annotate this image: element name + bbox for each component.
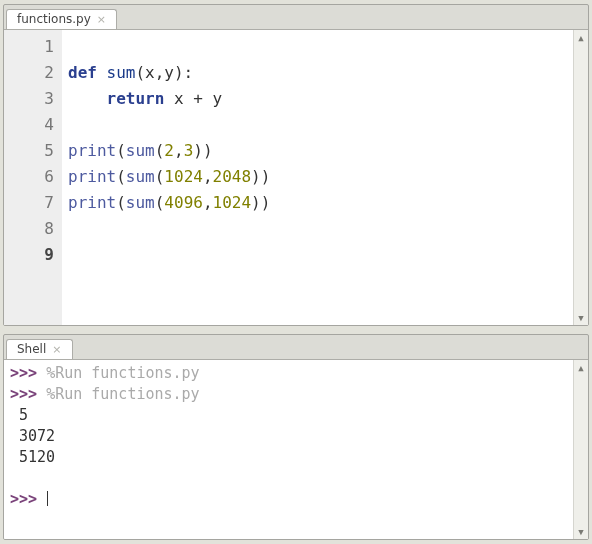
shell-content[interactable]: >>> %Run functions.py >>> %Run functions…	[4, 359, 588, 539]
shell-scrollbar-vertical[interactable]: ▲ ▼	[573, 360, 588, 539]
line-number-current: 9	[4, 242, 54, 268]
tab-label: functions.py	[17, 12, 91, 26]
code-line: return x + y	[68, 86, 582, 112]
shell-cmd: %Run functions.py	[46, 364, 200, 382]
scroll-down-icon[interactable]: ▼	[574, 524, 588, 539]
close-icon[interactable]: ×	[52, 344, 61, 355]
line-number: 4	[4, 112, 54, 138]
code-line	[68, 34, 582, 60]
shell-cmd: %Run functions.py	[46, 385, 200, 403]
code-line: print(sum(2,3))	[68, 138, 582, 164]
code-line	[68, 216, 582, 242]
code-line: print(sum(1024,2048))	[68, 164, 582, 190]
tab-label: Shell	[17, 342, 46, 356]
editor-pane: functions.py × 1 2 3 4 5 6 7 8 9 def sum…	[3, 4, 589, 326]
shell-output-line: 5	[10, 406, 28, 424]
code-line: def sum(x,y):	[68, 60, 582, 86]
line-number: 1	[4, 34, 54, 60]
scroll-up-icon[interactable]: ▲	[574, 360, 588, 375]
scroll-up-icon[interactable]: ▲	[574, 30, 588, 45]
editor-tabs: functions.py ×	[4, 5, 588, 29]
code-line	[68, 242, 582, 268]
shell-pane: Shell × >>> %Run functions.py >>> %Run f…	[3, 334, 589, 540]
tab-functions-py[interactable]: functions.py ×	[6, 9, 117, 29]
line-number: 7	[4, 190, 54, 216]
code-line: print(sum(4096,1024))	[68, 190, 582, 216]
shell-prompt: >>>	[10, 385, 37, 403]
shell-prompt: >>>	[10, 490, 37, 508]
code-line	[68, 112, 582, 138]
code-area[interactable]: def sum(x,y): return x + y print(sum(2,3…	[62, 30, 588, 325]
line-number-gutter: 1 2 3 4 5 6 7 8 9	[4, 30, 62, 325]
shell-prompt: >>>	[10, 364, 37, 382]
line-number: 5	[4, 138, 54, 164]
line-number: 8	[4, 216, 54, 242]
line-number: 2	[4, 60, 54, 86]
line-number: 6	[4, 164, 54, 190]
shell-tabs: Shell ×	[4, 335, 588, 359]
line-number: 3	[4, 86, 54, 112]
tab-shell[interactable]: Shell ×	[6, 339, 73, 359]
text-cursor	[47, 491, 48, 506]
shell-output-line: 5120	[10, 448, 55, 466]
close-icon[interactable]: ×	[97, 14, 106, 25]
editor-content[interactable]: 1 2 3 4 5 6 7 8 9 def sum(x,y): return x…	[4, 29, 588, 325]
shell-output-line: 3072	[10, 427, 55, 445]
shell-output[interactable]: >>> %Run functions.py >>> %Run functions…	[4, 360, 588, 539]
scroll-down-icon[interactable]: ▼	[574, 310, 588, 325]
editor-scrollbar-vertical[interactable]: ▲ ▼	[573, 30, 588, 325]
